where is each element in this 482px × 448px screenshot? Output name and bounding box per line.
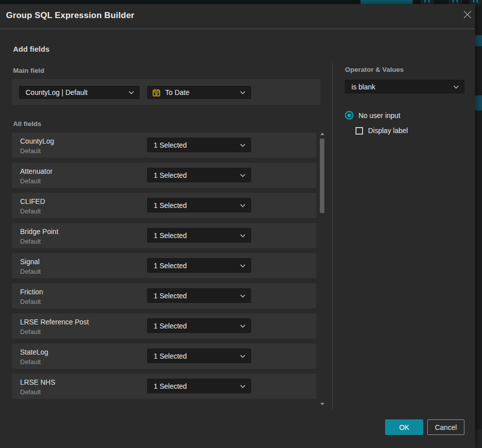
field-row-lrse-reference-post: LRSE Reference Post Default 1 Selected bbox=[12, 313, 316, 339]
bar-icon bbox=[473, 0, 474, 3]
field-row-attenuator: Attenuator Default 1 Selected bbox=[12, 163, 316, 188]
display-label-text: Display label bbox=[368, 127, 408, 135]
field-selected-dropdown[interactable]: 1 Selected bbox=[147, 288, 251, 303]
selected-count: 1 Selected bbox=[148, 171, 187, 179]
field-name: Friction bbox=[20, 288, 43, 296]
live-view-button[interactable]: Live view bbox=[360, 0, 413, 4]
live-view-label: Live view bbox=[371, 0, 397, 2]
checkbox-unchecked-icon bbox=[355, 127, 363, 135]
main-field-date-value: To Date bbox=[161, 88, 189, 96]
chevron-down-icon bbox=[240, 204, 246, 207]
field-subtitle: Default bbox=[20, 147, 41, 155]
selected-count: 1 Selected bbox=[148, 201, 187, 209]
selected-count: 1 Selected bbox=[148, 262, 187, 270]
all-fields-label: All fields bbox=[13, 120, 41, 128]
bar-icon bbox=[476, 0, 478, 3]
field-subtitle: Default bbox=[20, 388, 41, 396]
field-subtitle: Default bbox=[20, 328, 41, 335]
field-row-friction: Friction Default 1 Selected bbox=[12, 283, 316, 308]
selected-count: 1 Selected bbox=[148, 232, 187, 240]
bar-icon bbox=[424, 0, 426, 3]
selected-count: 1 Selected bbox=[148, 141, 187, 149]
calendar-icon bbox=[152, 88, 161, 97]
display-label-checkbox[interactable]: Display label bbox=[355, 127, 408, 135]
scrollbar-thumb[interactable] bbox=[320, 139, 324, 213]
field-row-clifed: CLIFED Default 1 Selected bbox=[12, 193, 316, 218]
field-row-countylog: CountyLog Default 1 Selected bbox=[12, 133, 316, 158]
field-row-lrse-nhs: LRSE NHS Default 1 Selected bbox=[12, 374, 316, 399]
chevron-down-icon bbox=[453, 85, 459, 89]
chevron-down-icon bbox=[240, 144, 246, 147]
toolbar-tile bbox=[449, 0, 462, 4]
field-name: Signal bbox=[20, 258, 40, 266]
toolbar-tile bbox=[421, 0, 434, 4]
chevron-down-icon bbox=[240, 264, 246, 268]
field-subtitle: Default bbox=[20, 207, 41, 215]
field-selected-dropdown[interactable]: 1 Selected bbox=[147, 228, 251, 243]
cancel-button[interactable]: Cancel bbox=[427, 419, 464, 435]
scrollbar[interactable] bbox=[319, 131, 325, 408]
bar-icon bbox=[456, 0, 458, 3]
add-fields-heading: Add fields bbox=[13, 45, 50, 53]
chevron-down-icon bbox=[240, 294, 246, 298]
field-subtitle: Default bbox=[20, 238, 41, 245]
field-subtitle: Default bbox=[20, 268, 41, 275]
chevron-down-icon bbox=[240, 355, 246, 358]
operator-values-label: Operator & Values bbox=[345, 66, 404, 73]
scroll-down-arrow-icon[interactable] bbox=[320, 403, 324, 405]
field-selected-dropdown[interactable]: 1 Selected bbox=[147, 318, 251, 333]
background-panel-item bbox=[475, 95, 482, 110]
radio-selected-icon bbox=[345, 111, 353, 120]
chevron-down-icon bbox=[240, 234, 246, 238]
ok-button[interactable]: OK bbox=[385, 419, 423, 435]
chevron-down-icon bbox=[240, 174, 246, 177]
background-app-toolbar: Live view bbox=[0, 0, 482, 4]
chevron-down-icon bbox=[240, 91, 246, 94]
main-field-panel: CountyLog | Default To Date bbox=[12, 79, 320, 105]
background-panel-item bbox=[475, 35, 482, 46]
field-selected-dropdown[interactable]: 1 Selected bbox=[147, 349, 251, 363]
dialog-title: Group SQL Expression Builder bbox=[6, 11, 135, 21]
chevron-down-icon bbox=[240, 324, 246, 328]
field-name: LRSE NHS bbox=[20, 378, 55, 386]
field-subtitle: Default bbox=[20, 358, 41, 366]
field-selected-dropdown[interactable]: 1 Selected bbox=[147, 168, 251, 182]
main-field-label: Main field bbox=[13, 67, 44, 74]
header-divider bbox=[0, 29, 475, 29]
operator-select-value: is blank bbox=[345, 83, 375, 91]
field-subtitle: Default bbox=[20, 177, 41, 185]
selected-count: 1 Selected bbox=[148, 322, 187, 330]
main-field-select[interactable]: CountyLog | Default bbox=[19, 86, 140, 99]
close-icon[interactable] bbox=[461, 9, 474, 22]
field-selected-dropdown[interactable]: 1 Selected bbox=[147, 258, 251, 273]
field-name: CLIFED bbox=[20, 197, 45, 205]
field-name: Attenuator bbox=[20, 167, 53, 175]
no-user-input-radio[interactable]: No user input bbox=[345, 111, 400, 120]
operator-select[interactable]: is blank bbox=[345, 80, 464, 93]
selected-count: 1 Selected bbox=[148, 292, 187, 300]
field-selected-dropdown[interactable]: 1 Selected bbox=[147, 379, 251, 393]
no-user-input-label: No user input bbox=[358, 111, 400, 120]
background-panel-item bbox=[475, 429, 482, 448]
screen: Live view Group SQL Expression Builder bbox=[0, 0, 482, 448]
field-name: StateLog bbox=[20, 348, 48, 356]
main-field-date-select[interactable]: To Date bbox=[147, 86, 251, 99]
panel-divider bbox=[332, 63, 333, 409]
field-subtitle: Default bbox=[20, 298, 41, 305]
field-selected-dropdown[interactable]: 1 Selected bbox=[147, 138, 251, 152]
all-fields-list: CountyLog Default 1 Selected Attenuator … bbox=[12, 133, 316, 404]
dialog-group-sql-expression-builder: Group SQL Expression Builder Add fields … bbox=[0, 4, 475, 448]
background-app-panel bbox=[475, 4, 482, 448]
selected-count: 1 Selected bbox=[148, 382, 187, 390]
chevron-down-icon bbox=[129, 91, 134, 94]
selected-count: 1 Selected bbox=[148, 352, 187, 360]
field-selected-dropdown[interactable]: 1 Selected bbox=[147, 198, 251, 212]
chevron-down-icon bbox=[240, 385, 246, 388]
field-row-signal: Signal Default 1 Selected bbox=[12, 253, 316, 278]
scroll-up-arrow-icon[interactable] bbox=[320, 133, 324, 135]
field-name: CountyLog bbox=[20, 137, 54, 145]
toolbar-tile bbox=[470, 0, 481, 4]
field-row-statelog: StateLog Default 1 Selected bbox=[12, 344, 316, 369]
bar-icon bbox=[428, 0, 430, 3]
dialog-header: Group SQL Expression Builder bbox=[0, 4, 475, 29]
